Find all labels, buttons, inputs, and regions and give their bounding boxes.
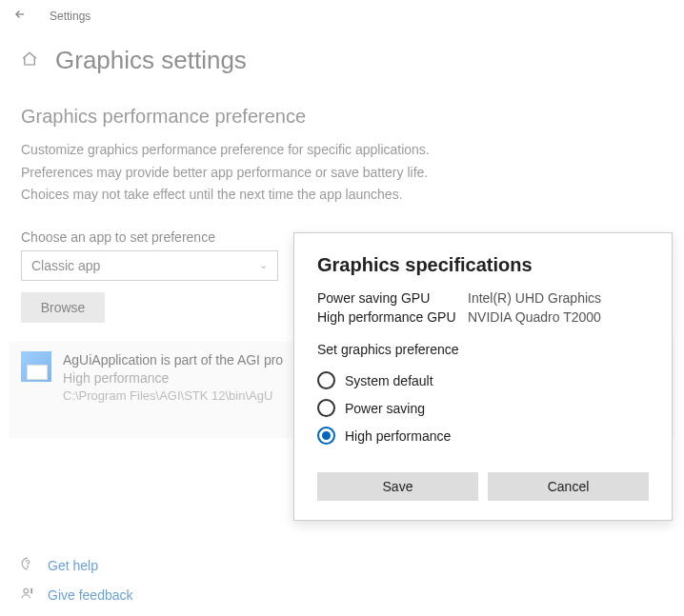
- radio-high-performance[interactable]: High performance: [317, 422, 649, 449]
- give-feedback-label: Give feedback: [48, 587, 133, 603]
- radio-icon: [317, 427, 335, 445]
- radio-system-default[interactable]: System default: [317, 367, 649, 394]
- home-icon[interactable]: [21, 50, 38, 70]
- svg-point-0: [28, 566, 29, 567]
- svg-point-2: [31, 592, 32, 593]
- svg-point-4: [31, 588, 32, 589]
- svg-point-3: [31, 590, 32, 591]
- get-help-label: Get help: [48, 558, 98, 573]
- top-bar: Settings: [0, 0, 684, 29]
- section-heading: Graphics performance preference: [0, 89, 684, 137]
- window-title: Settings: [50, 10, 91, 23]
- chevron-down-icon: ⌄: [259, 259, 268, 271]
- high-perf-gpu-value: NVIDIA Quadro T2000: [468, 308, 601, 328]
- preference-radio-group: System default Power saving High perform…: [317, 367, 649, 449]
- set-preference-heading: Set graphics preference: [317, 342, 649, 357]
- gpu-spec-table: Power saving GPU Intel(R) UHD Graphics H…: [317, 289, 649, 327]
- graphics-specifications-dialog: Graphics specifications Power saving GPU…: [293, 232, 673, 521]
- radio-label: High performance: [345, 428, 451, 444]
- dialog-title: Graphics specifications: [317, 254, 649, 276]
- app-preference: High performance: [63, 369, 283, 387]
- dropdown-value: Classic app: [31, 258, 100, 273]
- footer-links: Get help Give feedback: [21, 544, 133, 603]
- radio-icon: [317, 371, 335, 389]
- radio-label: Power saving: [345, 401, 425, 416]
- app-path: C:\Program Files\AGI\STK 12\bin\AgU: [63, 387, 283, 405]
- power-saving-gpu-value: Intel(R) UHD Graphics: [468, 289, 601, 308]
- high-perf-gpu-label: High performance GPU: [317, 308, 460, 328]
- back-arrow-icon[interactable]: [13, 8, 27, 25]
- radio-icon: [317, 399, 335, 417]
- svg-point-1: [24, 588, 29, 593]
- description-line-2: Preferences may provide better app perfo…: [0, 160, 684, 183]
- app-icon: [21, 351, 51, 382]
- browse-button[interactable]: Browse: [21, 292, 105, 323]
- description-line-3: Choices may not take effect until the ne…: [0, 182, 684, 205]
- app-name: AgUiApplication is part of the AGI pro: [63, 351, 283, 369]
- help-icon: [21, 557, 36, 573]
- power-saving-gpu-label: Power saving GPU: [317, 289, 460, 308]
- radio-power-saving[interactable]: Power saving: [317, 394, 649, 422]
- feedback-icon: [21, 586, 36, 603]
- save-button[interactable]: Save: [317, 472, 478, 501]
- page-header: Graphics settings: [0, 29, 684, 89]
- description-line-1: Customize graphics performance preferenc…: [0, 137, 684, 160]
- app-type-dropdown[interactable]: Classic app ⌄: [21, 250, 278, 281]
- give-feedback-link[interactable]: Give feedback: [21, 586, 133, 603]
- radio-label: System default: [345, 373, 433, 388]
- page-title: Graphics settings: [55, 46, 247, 75]
- get-help-link[interactable]: Get help: [21, 557, 133, 573]
- cancel-button[interactable]: Cancel: [488, 472, 649, 501]
